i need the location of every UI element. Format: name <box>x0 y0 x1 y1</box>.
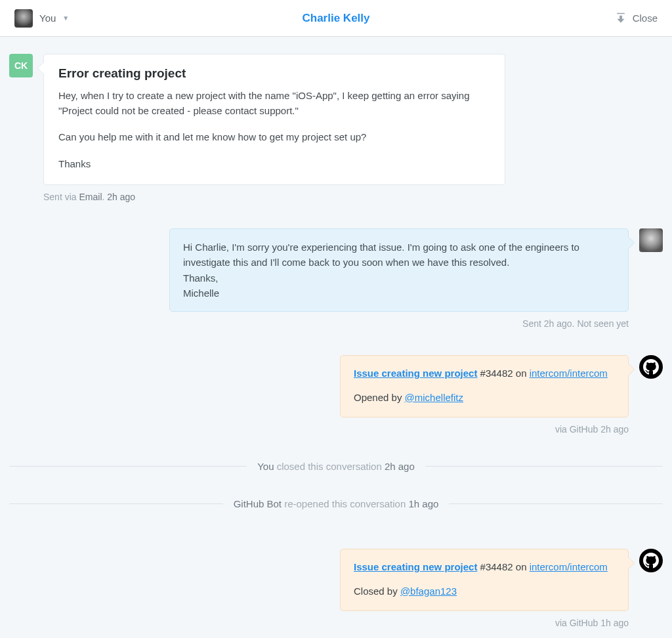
timestamp: 2h ago <box>598 424 629 435</box>
message-meta: Sent via Email. 2h ago <box>43 192 505 202</box>
message-body: Hey, when I try to create a new project … <box>58 89 490 171</box>
issue-link[interactable]: Issue creating new project <box>354 561 477 572</box>
actor-link[interactable]: @michellefitz <box>405 392 463 403</box>
message-paragraph: Can you help me with it and let me know … <box>58 130 490 145</box>
reply-meta: Sent 2h ago. Not seen yet <box>9 318 663 329</box>
integration-note: Issue creating new project #34482 on int… <box>9 355 663 417</box>
conversation-header: You ▼ Charlie Kelly Close <box>0 0 672 37</box>
message-incoming: CK Error creating project Hey, when I tr… <box>9 54 663 202</box>
message-subject: Error creating project <box>58 66 490 81</box>
seen-status: Not seen yet <box>577 318 629 329</box>
note-meta: via GitHub 1h ago <box>9 618 663 628</box>
contact-name-link[interactable]: Charlie Kelly <box>303 12 370 25</box>
event-row: You closed this conversation 2h ago <box>9 461 663 472</box>
message-paragraph: Hey, when I try to create a new project … <box>58 89 490 118</box>
via-source: GitHub <box>570 424 598 435</box>
event-time: 2h ago <box>385 461 415 472</box>
via-source: GitHub <box>570 618 598 628</box>
github-avatar[interactable] <box>639 549 663 572</box>
reply-line: Thanks, <box>183 270 615 286</box>
message-paragraph: Thanks <box>58 157 490 172</box>
close-label: Close <box>633 12 658 24</box>
event-time: 1h ago <box>408 498 438 509</box>
reply-line: Hi Charlie, I'm sorry you're experiencin… <box>183 240 615 270</box>
event-actor: You <box>257 461 274 472</box>
repo-link[interactable]: intercom/intercom <box>530 561 608 572</box>
message-card: Error creating project Hey, when I try t… <box>43 54 505 185</box>
github-card: Issue creating new project #34482 on int… <box>340 355 629 417</box>
current-user-avatar <box>14 9 33 28</box>
contact-avatar[interactable]: CK <box>9 54 33 77</box>
github-icon <box>643 553 659 568</box>
timestamp: 2h ago <box>107 192 135 202</box>
note-meta: via GitHub 2h ago <box>9 424 663 435</box>
github-card: Issue creating new project #34482 on int… <box>340 549 629 611</box>
close-button[interactable]: Close <box>614 12 658 25</box>
channel-label: Email <box>79 192 102 202</box>
repo-link[interactable]: intercom/intercom <box>530 368 608 379</box>
issue-link[interactable]: Issue creating new project <box>354 368 477 379</box>
reply-line: Michelle <box>183 286 615 301</box>
github-avatar[interactable] <box>639 355 663 379</box>
issue-number: #34482 on <box>477 561 529 572</box>
reply-card: Hi Charlie, I'm sorry you're experiencin… <box>169 228 629 312</box>
download-icon <box>614 12 627 25</box>
event-actor: GitHub Bot <box>234 498 282 509</box>
current-user-label: You <box>39 12 56 24</box>
event-row: GitHub Bot re-opened this conversation 1… <box>9 498 663 509</box>
event-action: re-opened this conversation <box>282 498 408 509</box>
identity-switcher[interactable]: You ▼ <box>14 9 69 28</box>
caret-down-icon: ▼ <box>62 14 69 22</box>
timestamp: 1h ago <box>598 618 629 628</box>
github-icon <box>643 359 659 375</box>
message-outgoing: Hi Charlie, I'm sorry you're experiencin… <box>9 228 663 312</box>
actor-link[interactable]: @bfagan123 <box>400 585 457 597</box>
agent-avatar[interactable] <box>639 228 663 252</box>
integration-note: Issue creating new project #34482 on int… <box>9 549 663 611</box>
timestamp: 2h ago <box>544 318 572 329</box>
issue-number: #34482 on <box>477 368 529 379</box>
event-action: closed this conversation <box>274 461 385 472</box>
conversation-stream: CK Error creating project Hey, when I tr… <box>0 37 672 638</box>
